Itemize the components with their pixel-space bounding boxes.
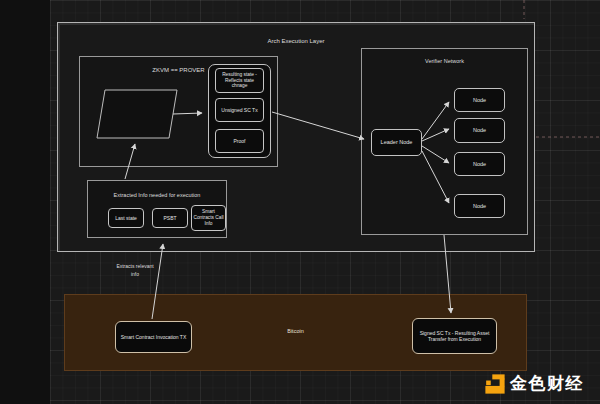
- extracts-relevant-info-label: Extracts relevant info: [113, 263, 157, 279]
- jinse-logo-icon: [485, 374, 505, 394]
- last-state-box: Last state: [108, 208, 144, 228]
- verifier-network-title: Verifier Network: [423, 57, 466, 65]
- smart-contracts-call-info-box: Smart Contracts Call Info: [191, 205, 226, 231]
- resulting-state-box: Resulting state - Reflects state chnage: [215, 68, 264, 93]
- verifier-node-box: Node: [454, 194, 505, 218]
- verifier-node-box: Node: [454, 118, 505, 143]
- arch-execution-layer-title: Arch Execution Layer: [57, 38, 535, 46]
- signed-sc-tx-box: Signed SC Tx - Resulting Asset Transfer …: [412, 318, 497, 354]
- article-image-diagram: { "arch": { "title": "Arch Execution Lay…: [0, 0, 600, 404]
- leader-node-box: Leader Node: [371, 129, 422, 156]
- verifier-node-box: Node: [454, 152, 505, 176]
- unsigned-sc-tx-box: Unsigned SC Tx: [215, 98, 264, 122]
- smart-contract-invocation-tx-box: Smart Contract Invocation TX: [115, 321, 192, 353]
- watermark-text: 金色财经: [510, 372, 584, 395]
- smart-contract-label: Smart Contract: [97, 111, 177, 119]
- verifier-node-box: Node: [454, 88, 505, 112]
- extracted-info-title: Extracted Info needed for execution: [87, 192, 227, 199]
- proof-box: Proof: [215, 129, 264, 153]
- psbt-box: PSBT: [152, 208, 188, 228]
- jinse-finance-watermark: 金色财经: [485, 372, 584, 395]
